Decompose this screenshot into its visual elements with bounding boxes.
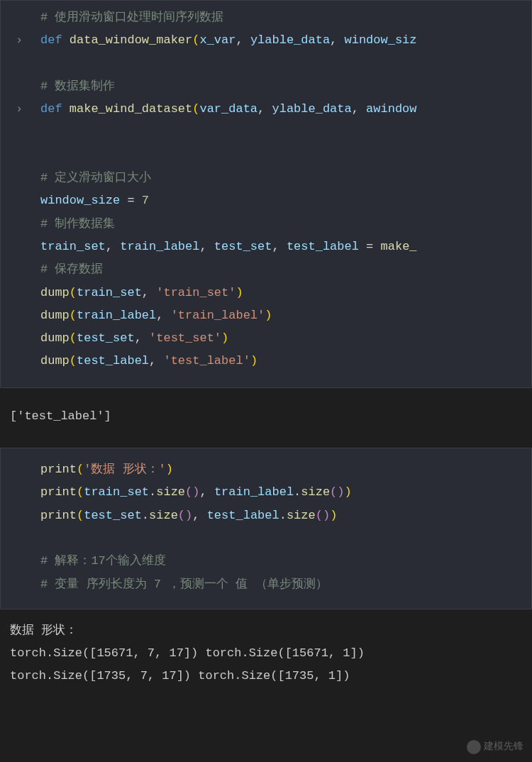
code-line: # 使用滑动窗口处理时间序列数据 — [1, 6, 531, 29]
code-line: dump(train_set, 'train_set') — [1, 282, 531, 304]
watermark: 建模先锋 — [467, 737, 523, 756]
code-line: # 定义滑动窗口大小 — [1, 167, 531, 189]
code-line: print(test_set.size(), test_label.size()… — [1, 504, 531, 527]
output-block: 数据 形状： torch.Size([15671, 7, 17]) torch.… — [0, 609, 532, 688]
code-line: print('数据 形状：') — [1, 458, 531, 481]
code-line: # 数据集制作 — [1, 75, 531, 98]
code-line: # 制作数据集 — [1, 213, 531, 236]
code-cell-1[interactable]: # 使用滑动窗口处理时间序列数据 › def data_window_maker… — [0, 0, 532, 388]
code-line: › def make_wind_dataset(var_data, ylable… — [1, 98, 531, 121]
output-text: ['test_label'] — [0, 397, 532, 434]
fold-marker-icon[interactable]: › — [16, 98, 23, 121]
fold-marker-icon[interactable]: › — [16, 29, 23, 52]
output-line: 数据 形状： — [10, 619, 532, 642]
code-line: dump(test_set, 'test_set') — [1, 327, 531, 350]
code-line: # 保存数据 — [1, 258, 531, 281]
code-line: dump(train_label, 'train_label') — [1, 304, 531, 327]
code-line: window_size = 7 — [1, 189, 531, 212]
code-line: › def data_window_maker(x_var, ylable_da… — [1, 29, 531, 52]
code-line: train_set, train_label, test_set, test_l… — [1, 236, 531, 258]
output-line: torch.Size([15671, 7, 17]) torch.Size([1… — [10, 642, 532, 665]
code-line: # 变量 序列长度为 7 ，预测一个 值 （单步预测） — [1, 573, 531, 596]
watermark-icon — [467, 740, 481, 754]
code-line: dump(test_label, 'test_label') — [1, 350, 531, 372]
code-cell-2[interactable]: print('数据 形状：') print(train_set.size(), … — [0, 448, 532, 609]
code-line: print(train_set.size(), train_label.size… — [1, 481, 531, 504]
code-line: # 解释：17个输入维度 — [1, 550, 531, 573]
output-line: torch.Size([1735, 7, 17]) torch.Size([17… — [10, 665, 532, 688]
